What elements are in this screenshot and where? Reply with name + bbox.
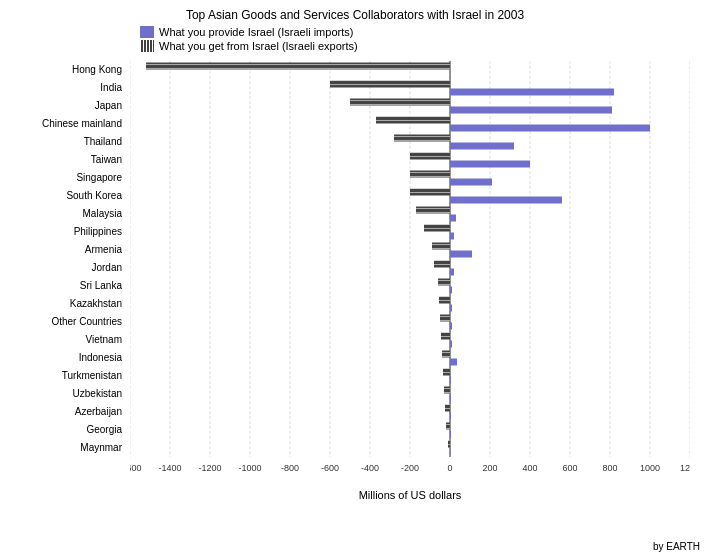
svg-rect-36 [350,99,450,106]
svg-rect-56 [438,279,450,286]
svg-rect-62 [441,333,450,340]
svg-rect-60 [440,315,450,322]
svg-rect-69 [450,395,451,402]
legend-exports: What you get from Israel (Israeli export… [140,40,710,52]
x-axis-label: Millions of US dollars [130,489,690,501]
svg-text:-600: -600 [321,463,339,473]
svg-rect-54 [434,261,450,268]
country-label: India [100,82,122,93]
svg-text:400: 400 [522,463,537,473]
svg-rect-73 [450,431,451,438]
svg-rect-51 [450,233,454,240]
country-label: Vietnam [85,334,122,345]
chart-container: Top Asian Goods and Services Collaborato… [0,0,710,556]
svg-text:1000: 1000 [640,463,660,473]
svg-rect-38 [376,117,450,124]
country-label: Hong Kong [72,64,122,75]
svg-rect-49 [450,215,456,222]
svg-rect-66 [443,369,450,376]
chart-area: -1600-1400-1200-1000-800-600-400-2000200… [130,56,690,501]
svg-rect-33 [146,63,450,70]
svg-rect-70 [445,405,450,412]
svg-rect-71 [450,413,451,420]
svg-rect-68 [444,387,450,394]
main-svg: -1600-1400-1200-1000-800-600-400-2000200… [130,56,690,487]
svg-rect-39 [450,125,650,132]
svg-rect-40 [394,135,450,142]
svg-text:-400: -400 [361,463,379,473]
svg-text:0: 0 [447,463,452,473]
legend: What you provide Israel (Israeli imports… [140,26,710,52]
country-label: Other Countries [51,316,122,327]
credit-label: by EARTH [653,541,700,552]
svg-text:-1200: -1200 [198,463,221,473]
country-label: Indonesia [79,352,122,363]
exports-legend-box [140,40,154,52]
country-label: Malaysia [83,208,122,219]
svg-rect-65 [450,359,457,366]
country-label: Chinese mainland [42,118,122,129]
imports-legend-label: What you provide Israel (Israeli imports… [159,26,353,38]
chart-title: Top Asian Goods and Services Collaborato… [0,0,710,26]
country-label: Armenia [85,244,122,255]
svg-rect-47 [450,197,562,204]
country-label: Azerbaijan [75,406,122,417]
svg-rect-41 [450,143,514,150]
country-label: Japan [95,100,122,111]
svg-rect-52 [432,243,450,250]
country-label: South Korea [66,190,122,201]
country-label: Kazakhstan [70,298,122,309]
svg-text:-1000: -1000 [238,463,261,473]
country-label: Jordan [91,262,122,273]
svg-text:600: 600 [562,463,577,473]
exports-legend-label: What you get from Israel (Israeli export… [159,40,358,52]
svg-text:-1400: -1400 [158,463,181,473]
svg-rect-74 [448,441,450,448]
svg-rect-45 [450,179,492,186]
svg-rect-44 [410,171,450,178]
svg-rect-72 [446,423,450,430]
svg-rect-43 [450,161,530,168]
svg-rect-42 [410,153,450,160]
svg-text:200: 200 [482,463,497,473]
country-label: Sri Lanka [80,280,122,291]
svg-rect-46 [410,189,450,196]
svg-rect-37 [450,107,612,114]
imports-legend-box [140,26,154,38]
svg-text:-800: -800 [281,463,299,473]
country-label: Maynmar [80,442,122,453]
country-label: Taiwan [91,154,122,165]
svg-rect-48 [416,207,450,214]
svg-rect-63 [450,341,452,348]
svg-text:800: 800 [602,463,617,473]
svg-rect-53 [450,251,472,258]
svg-rect-55 [450,269,454,276]
svg-rect-57 [450,287,452,294]
country-label: Georgia [86,424,122,435]
country-label: Thailand [84,136,122,147]
svg-rect-58 [439,297,450,304]
svg-text:-1600: -1600 [130,463,142,473]
svg-rect-35 [450,89,614,96]
legend-imports: What you provide Israel (Israeli imports… [140,26,710,38]
country-label: Philippines [74,226,122,237]
svg-rect-64 [442,351,450,358]
svg-rect-34 [330,81,450,88]
svg-rect-61 [450,323,452,330]
country-label: Uzbekistan [73,388,122,399]
svg-text:-200: -200 [401,463,419,473]
svg-rect-59 [450,305,452,312]
country-label: Singapore [76,172,122,183]
svg-rect-67 [450,377,451,384]
country-label: Turkmenistan [62,370,122,381]
svg-text:1200: 1200 [680,463,690,473]
svg-rect-50 [424,225,450,232]
